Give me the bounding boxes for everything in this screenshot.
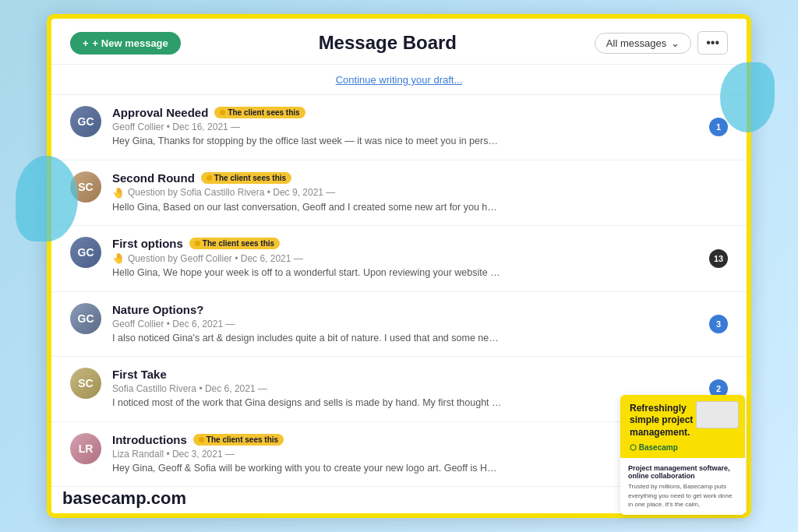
client-badge: The client sees this [214, 107, 305, 118]
message-preview: Hello Gina, Based on our last conversati… [112, 201, 502, 215]
advertisement: Refreshinglysimple projectmanagement. ⬡ … [620, 395, 745, 515]
filter-dropdown[interactable]: All messages ⌄ [595, 33, 691, 54]
avatar-initials: SC [78, 377, 93, 389]
more-options-button[interactable]: ••• [697, 31, 728, 55]
message-item[interactable]: GCApproval NeededThe client sees thisGeo… [51, 95, 747, 160]
client-badge-dot [195, 241, 200, 246]
avatar-initials: GC [78, 312, 94, 325]
client-badge: The client sees this [201, 172, 291, 184]
ad-white-section: Project management software, online coll… [620, 458, 745, 515]
decoration-blob-left [16, 156, 78, 241]
message-preview: Hey Gina, Thanks for stopping by the off… [112, 135, 502, 149]
question-icon: 🤚 [112, 252, 125, 264]
client-badge-text: The client sees this [228, 108, 299, 117]
message-meta: Geoff Collier • Dec 16, 2021 — [112, 122, 728, 132]
ad-screen-mockup [696, 401, 739, 428]
plus-icon: + [83, 37, 89, 49]
client-badge-dot [199, 437, 204, 442]
avatar: SC [70, 368, 101, 399]
filter-label: All messages [606, 37, 666, 49]
message-item[interactable]: SCSecond RoundThe client sees this🤚Quest… [51, 160, 747, 227]
message-header-row: Second RoundThe client sees this [112, 171, 728, 185]
new-message-button[interactable]: + + New message [70, 32, 181, 55]
new-message-label: + New message [93, 37, 168, 49]
message-body: Approval NeededThe client sees thisGeoff… [112, 106, 728, 149]
message-title: First options [112, 237, 183, 250]
avatar-initials: GC [78, 115, 94, 128]
client-badge-text: The client sees this [203, 239, 274, 248]
question-label: Question by Sofia Castillo Rivera • Dec … [128, 187, 335, 198]
avatar: GC [70, 237, 101, 268]
message-preview: Hello Gina, We hope your week is off to … [112, 266, 502, 280]
message-body: First optionsThe client sees this🤚Questi… [112, 237, 728, 280]
message-title: Nature Options? [112, 303, 204, 316]
reply-count-badge: 13 [709, 249, 728, 268]
client-badge: The client sees this [189, 238, 280, 249]
message-header-row: Approval NeededThe client sees this [112, 106, 728, 119]
ad-yellow-section: Refreshinglysimple projectmanagement. ⬡ … [620, 395, 745, 459]
ad-white-text: Trusted by millions, Basecamp puts every… [628, 482, 737, 509]
avatar-initials: GC [78, 246, 94, 259]
site-name: basecamp.com [62, 488, 186, 509]
ellipsis-icon: ••• [706, 36, 719, 49]
page-title: Message Board [319, 32, 457, 54]
client-badge-dot [220, 110, 225, 115]
message-item[interactable]: GCNature Options?Geoff Collier • Dec 6, … [51, 292, 747, 358]
avatar: LR [70, 433, 101, 464]
reply-count-badge: 1 [709, 118, 728, 136]
message-header-row: First Take [112, 368, 728, 381]
message-title: Second Round [112, 171, 195, 185]
avatar-initials: SC [78, 181, 93, 193]
header: + + New message Message Board All messag… [51, 31, 747, 65]
client-badge: The client sees this [193, 434, 284, 446]
header-actions: All messages ⌄ ••• [595, 31, 728, 55]
avatar: GC [70, 106, 101, 137]
message-preview: I also noticed Gina's art & design inclu… [112, 332, 502, 346]
client-badge-text: The client sees this [214, 174, 286, 182]
message-body: Nature Options?Geoff Collier • Dec 6, 20… [112, 303, 728, 346]
chevron-down-icon: ⌄ [671, 37, 680, 49]
draft-banner: Continue writing your draft... [51, 65, 747, 95]
message-meta: Sofia Castillo Rivera • Dec 6, 2021 — [112, 383, 728, 394]
message-title: First Take [112, 368, 167, 381]
ad-logo: ⬡ Basecamp [630, 443, 736, 452]
question-icon: 🤚 [112, 187, 125, 199]
avatar: GC [70, 303, 101, 334]
decoration-blob-right [720, 62, 775, 132]
message-preview: I noticed most of the work that Gina des… [112, 396, 502, 410]
message-title: Introductions [112, 433, 187, 446]
message-header-row: Nature Options? [112, 303, 728, 316]
message-title: Approval Needed [112, 106, 208, 119]
message-meta: Geoff Collier • Dec 6, 2021 — [112, 319, 728, 329]
message-meta: 🤚Question by Sofia Castillo Rivera • Dec… [112, 187, 728, 199]
message-body: Second RoundThe client sees this🤚Questio… [112, 171, 728, 215]
ad-white-title: Project management software, online coll… [628, 464, 737, 480]
question-label: Question by Geoff Collier • Dec 6, 2021 … [128, 253, 303, 264]
client-badge-dot [207, 175, 212, 181]
message-meta: 🤚Question by Geoff Collier • Dec 6, 2021… [112, 252, 728, 264]
client-badge-text: The client sees this [207, 435, 278, 444]
message-header-row: First optionsThe client sees this [112, 237, 728, 250]
message-item[interactable]: GCFirst optionsThe client sees this🤚Ques… [51, 226, 747, 292]
reply-count-badge: 3 [709, 315, 728, 333]
avatar-initials: LR [79, 442, 94, 455]
message-preview: Hey Gina, Geoff & Sofia will be working … [112, 462, 502, 476]
draft-link[interactable]: Continue writing your draft... [336, 74, 463, 86]
